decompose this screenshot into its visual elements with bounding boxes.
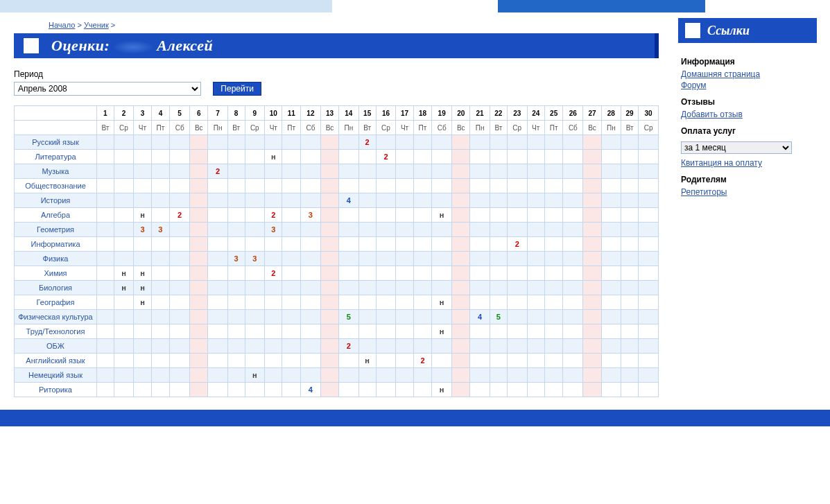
grade-cell[interactable] (527, 193, 544, 208)
grade-cell[interactable]: 2 (265, 266, 282, 281)
grade-cell[interactable] (97, 150, 114, 164)
grade-cell[interactable] (544, 150, 562, 164)
grade-cell[interactable] (114, 150, 134, 164)
grade-cell[interactable] (151, 310, 169, 324)
grade-cell[interactable] (470, 339, 490, 354)
sidebar-link[interactable]: Квитанция на оплату (681, 158, 814, 168)
grade-cell[interactable] (358, 281, 376, 295)
grade-cell[interactable] (601, 193, 621, 208)
grade-cell[interactable] (97, 208, 114, 223)
grade-cell[interactable] (432, 281, 452, 295)
grade-cell[interactable] (282, 164, 300, 179)
grade-cell[interactable] (282, 339, 300, 354)
grade-cell[interactable] (490, 324, 507, 339)
grade-cell[interactable] (227, 193, 245, 208)
grade-cell[interactable] (601, 237, 621, 252)
grade-cell[interactable] (134, 339, 151, 354)
grade-cell[interactable] (396, 383, 413, 397)
grade-cell[interactable] (134, 150, 151, 164)
grade-cell[interactable] (583, 310, 601, 324)
grade-cell[interactable] (170, 223, 190, 237)
grade-cell[interactable] (452, 281, 470, 295)
grade-cell[interactable] (452, 179, 470, 193)
grade-cell[interactable] (227, 223, 245, 237)
grade-cell[interactable] (245, 339, 265, 354)
grade-cell[interactable] (490, 223, 507, 237)
grade-cell[interactable] (527, 266, 544, 281)
grade-cell[interactable] (97, 310, 114, 324)
grade-cell[interactable] (396, 354, 413, 368)
grade-cell[interactable] (507, 179, 527, 193)
grade-cell[interactable] (208, 295, 227, 310)
grade-cell[interactable] (507, 135, 527, 150)
grade-cell[interactable] (583, 383, 601, 397)
grade-cell[interactable] (413, 339, 431, 354)
grade-cell[interactable] (563, 354, 583, 368)
grade-cell[interactable] (151, 237, 169, 252)
grade-cell[interactable] (544, 354, 562, 368)
grade-cell[interactable] (544, 266, 562, 281)
grade-cell[interactable] (134, 383, 151, 397)
grade-cell[interactable] (432, 339, 452, 354)
grade-cell[interactable] (544, 324, 562, 339)
grade-cell[interactable] (97, 383, 114, 397)
grade-cell[interactable] (190, 135, 208, 150)
grade-cell[interactable] (601, 223, 621, 237)
grade-cell[interactable] (320, 324, 338, 339)
grade-cell[interactable] (639, 135, 659, 150)
sidebar-link[interactable]: Репетиторы (681, 187, 814, 197)
grade-cell[interactable] (245, 295, 265, 310)
grade-cell[interactable] (527, 281, 544, 295)
grade-cell[interactable] (190, 179, 208, 193)
grade-cell[interactable] (265, 368, 282, 383)
grade-cell[interactable] (544, 223, 562, 237)
grade-cell[interactable] (527, 252, 544, 266)
grade-cell[interactable] (114, 208, 134, 223)
grade-cell[interactable] (300, 252, 320, 266)
grade-cell[interactable] (114, 354, 134, 368)
breadcrumb-link[interactable]: Начало (49, 21, 75, 29)
grade-cell[interactable] (245, 324, 265, 339)
grade-cell[interactable] (208, 135, 227, 150)
grade-cell[interactable] (134, 354, 151, 368)
grade-cell[interactable] (282, 383, 300, 397)
grade-cell[interactable] (170, 266, 190, 281)
grade-cell[interactable] (376, 310, 396, 324)
grade-cell[interactable] (621, 150, 639, 164)
grade-cell[interactable] (320, 295, 338, 310)
grade-cell[interactable] (413, 324, 431, 339)
grade-cell[interactable] (413, 208, 431, 223)
grade-cell[interactable] (413, 383, 431, 397)
grade-cell[interactable] (432, 223, 452, 237)
grade-cell[interactable] (151, 208, 169, 223)
grade-cell[interactable] (527, 150, 544, 164)
grade-cell[interactable] (245, 179, 265, 193)
grade-cell[interactable] (151, 354, 169, 368)
grade-cell[interactable] (396, 339, 413, 354)
grade-cell[interactable] (376, 135, 396, 150)
grade-cell[interactable] (282, 295, 300, 310)
grade-cell[interactable] (507, 324, 527, 339)
grade-cell[interactable] (639, 193, 659, 208)
grade-cell[interactable] (639, 339, 659, 354)
grade-cell[interactable] (507, 223, 527, 237)
grade-cell[interactable] (227, 310, 245, 324)
grade-cell[interactable] (413, 281, 431, 295)
grade-cell[interactable]: 4 (300, 383, 320, 397)
grade-cell[interactable] (300, 339, 320, 354)
grade-cell[interactable] (621, 237, 639, 252)
grade-cell[interactable] (245, 164, 265, 179)
grade-cell[interactable] (300, 354, 320, 368)
grade-cell[interactable] (208, 281, 227, 295)
grade-cell[interactable] (170, 281, 190, 295)
grade-cell[interactable] (396, 150, 413, 164)
grade-cell[interactable] (527, 383, 544, 397)
grade-cell[interactable] (134, 310, 151, 324)
grade-cell[interactable]: 4 (339, 193, 358, 208)
grade-cell[interactable] (490, 354, 507, 368)
grade-cell[interactable] (300, 150, 320, 164)
grade-cell[interactable] (544, 135, 562, 150)
grade-cell[interactable] (583, 368, 601, 383)
grade-cell[interactable] (339, 223, 358, 237)
grade-cell[interactable] (190, 281, 208, 295)
